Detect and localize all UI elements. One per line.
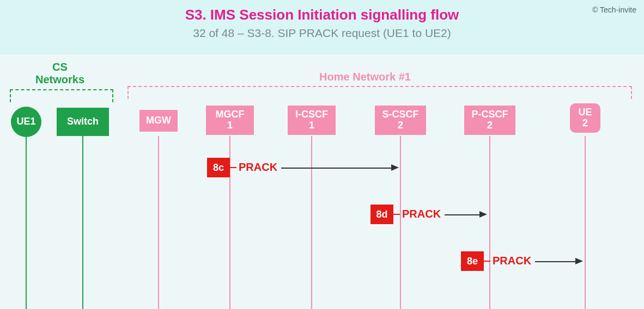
node-label-line1: MGCF bbox=[216, 109, 245, 120]
step-box-8d: 8d bbox=[370, 205, 393, 224]
step-box-8c: 8c bbox=[207, 158, 230, 177]
msg-label-8e: PRACK bbox=[493, 255, 531, 267]
group-label-home-network: Home Network #1 bbox=[294, 71, 436, 83]
step-id: 8e bbox=[467, 256, 478, 267]
node-label-line1: UE bbox=[578, 107, 592, 118]
arrow-head-icon bbox=[575, 258, 583, 264]
node-label-line1: I-CSCF bbox=[295, 109, 328, 120]
diagram-subtitle: 32 of 48 – S3-8. SIP PRACK request (UE1 … bbox=[0, 27, 644, 40]
arrow-8c bbox=[281, 168, 392, 169]
node-ue1: UE1 bbox=[11, 107, 41, 137]
node-label: MGW bbox=[146, 115, 171, 126]
node-icscf-1: I-CSCF 1 bbox=[288, 106, 336, 135]
node-label: Switch bbox=[67, 116, 99, 127]
bracket-home-network bbox=[127, 86, 632, 99]
arrow-8e bbox=[535, 261, 576, 262]
node-ue2: UE 2 bbox=[570, 103, 600, 133]
arrow-head-icon bbox=[479, 211, 487, 218]
step-id: 8c bbox=[213, 162, 224, 174]
lifeline-ue2 bbox=[585, 136, 586, 309]
node-label-line2: 1 bbox=[227, 120, 233, 131]
copyright-text: © Tech-invite bbox=[592, 5, 636, 14]
lifeline-scscf2 bbox=[400, 136, 401, 309]
node-mgcf-1: MGCF 1 bbox=[206, 106, 254, 135]
lifeline-mgw bbox=[158, 136, 159, 309]
msg-label-8c: PRACK bbox=[239, 161, 277, 174]
msg-label-8d: PRACK bbox=[402, 208, 441, 220]
node-switch: Switch bbox=[57, 108, 109, 136]
group-label-cs-networks: CS Networks bbox=[22, 61, 98, 86]
step-tick bbox=[230, 167, 236, 168]
arrow-head-icon bbox=[391, 164, 399, 171]
node-mgw: MGW bbox=[139, 110, 178, 132]
header-bar: S3. IMS Session Initiation signalling fl… bbox=[0, 0, 644, 54]
step-box-8e: 8e bbox=[461, 251, 484, 271]
diagram-body: CS Networks Home Network #1 UE1 Switch M… bbox=[0, 54, 644, 309]
node-scscf-2: S-CSCF 2 bbox=[375, 106, 426, 135]
lifeline-pcscf2 bbox=[489, 136, 490, 309]
node-label-line2: 2 bbox=[487, 120, 493, 131]
step-tick bbox=[393, 214, 400, 215]
node-label-line2: 2 bbox=[398, 120, 403, 131]
node-label-line1: P-CSCF bbox=[472, 109, 508, 120]
bracket-cs-networks bbox=[10, 89, 113, 102]
node-label-line2: 2 bbox=[582, 118, 588, 129]
node-label: UE1 bbox=[16, 116, 35, 127]
lifeline-icscf1 bbox=[311, 136, 312, 309]
diagram-title: S3. IMS Session Initiation signalling fl… bbox=[0, 7, 644, 23]
lifeline-switch bbox=[82, 136, 83, 309]
arrow-8d bbox=[445, 214, 481, 215]
step-tick bbox=[484, 261, 490, 262]
node-label-line2: 1 bbox=[309, 120, 314, 131]
lifeline-ue1 bbox=[26, 136, 27, 309]
step-id: 8d bbox=[376, 209, 387, 220]
node-pcscf-2: P-CSCF 2 bbox=[464, 106, 515, 135]
node-label-line1: S-CSCF bbox=[382, 109, 419, 120]
